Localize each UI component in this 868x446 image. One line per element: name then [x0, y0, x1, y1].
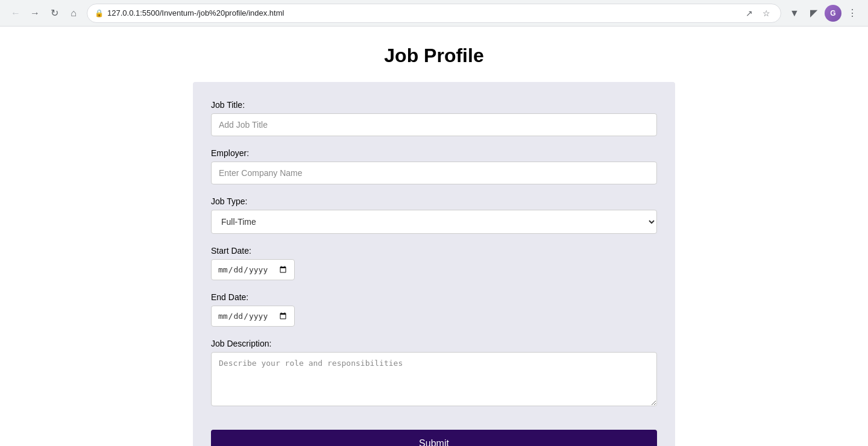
address-bar-actions: ↗ ☆	[742, 6, 773, 20]
employer-label: Employer:	[211, 148, 657, 158]
back-button[interactable]: ←	[7, 5, 24, 22]
job-description-label: Job Description:	[211, 339, 657, 348]
extensions-icon[interactable]: ▼	[786, 5, 803, 22]
job-description-group: Job Description:	[211, 339, 657, 409]
page-content: Job Profile Job Title: Employer: Job Typ…	[0, 27, 868, 446]
job-type-group: Job Type: Full-Time Part-Time Contract F…	[211, 196, 657, 234]
job-title-group: Job Title:	[211, 100, 657, 136]
lock-icon: 🔒	[95, 9, 104, 17]
job-description-textarea[interactable]	[211, 352, 657, 406]
bookmark-icon[interactable]: ☆	[759, 6, 773, 20]
job-type-label: Job Type:	[211, 196, 657, 206]
reload-button[interactable]: ↻	[46, 5, 63, 22]
employer-input[interactable]	[211, 162, 657, 184]
end-date-input[interactable]	[211, 306, 295, 327]
job-title-label: Job Title:	[211, 100, 657, 110]
job-title-input[interactable]	[211, 113, 657, 136]
job-profile-form-container: Job Title: Employer: Job Type: Full-Time…	[193, 82, 675, 446]
home-button[interactable]: ⌂	[65, 5, 82, 22]
browser-chrome: ← → ↻ ⌂ 🔒 127.0.0.1:5500/Inventum-/job%2…	[0, 0, 868, 27]
browser-right-actions: ▼ ◤ G ⋮	[786, 5, 861, 22]
url-display: 127.0.0.1:5500/Inventum-/job%20profile/i…	[107, 8, 738, 17]
employer-group: Employer:	[211, 148, 657, 184]
share-icon[interactable]: ↗	[742, 6, 756, 20]
user-avatar[interactable]: G	[825, 5, 841, 22]
nav-buttons: ← → ↻ ⌂	[7, 5, 82, 22]
end-date-group: End Date:	[211, 292, 657, 327]
page-title: Job Profile	[0, 45, 868, 67]
job-type-select[interactable]: Full-Time Part-Time Contract Freelance I…	[211, 210, 657, 234]
more-menu-icon[interactable]: ⋮	[844, 5, 861, 22]
end-date-label: End Date:	[211, 292, 657, 302]
split-screen-icon[interactable]: ◤	[805, 5, 822, 22]
start-date-label: Start Date:	[211, 246, 657, 256]
start-date-group: Start Date:	[211, 246, 657, 280]
forward-button[interactable]: →	[27, 5, 43, 22]
submit-button[interactable]: Submit	[211, 430, 657, 446]
start-date-input[interactable]	[211, 259, 295, 280]
address-bar[interactable]: 🔒 127.0.0.1:5500/Inventum-/job%20profile…	[87, 4, 781, 23]
